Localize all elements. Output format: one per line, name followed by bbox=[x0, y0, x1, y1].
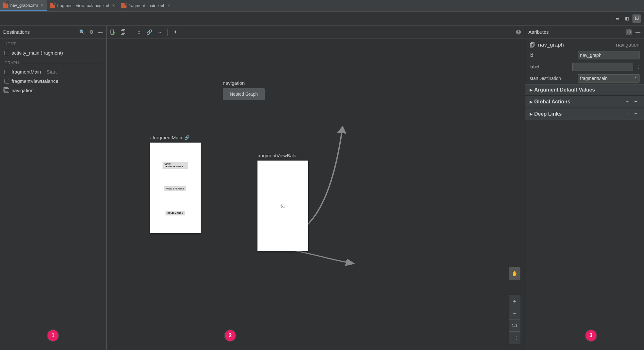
tab-nav-graph[interactable]: nav_graph.xml ✕ bbox=[0, 0, 47, 11]
graph-item-navigation[interactable]: navigation bbox=[0, 86, 106, 95]
search-icon[interactable]: 🔍 bbox=[79, 29, 85, 35]
annotation-bubble-3: 3 bbox=[586, 330, 596, 341]
svg-rect-6 bbox=[518, 33, 519, 33]
view-design-icon[interactable]: 🖼 bbox=[632, 14, 641, 23]
gear-icon[interactable]: ⚙ bbox=[88, 29, 94, 35]
frag-title-text: fragmentViewBala... bbox=[257, 153, 300, 158]
minimize-icon[interactable]: — bbox=[635, 29, 641, 35]
svg-rect-2 bbox=[121, 31, 124, 34]
fragmentmain-preview[interactable]: VIEW TRANSACTIONS VIEW BALANCE SEND MONE… bbox=[150, 143, 201, 233]
graph-item-name: navigation bbox=[12, 88, 33, 93]
canvas-toolbar: ⌂ 🔗 → ✦ bbox=[107, 26, 525, 39]
fragmentviewbalance-title: fragmentViewBala... bbox=[257, 153, 300, 158]
zoom-reset-icon[interactable]: 1:1 bbox=[509, 319, 520, 332]
more-icon[interactable]: ⋮ bbox=[636, 65, 640, 69]
canvas-nav-label: navigation bbox=[223, 80, 245, 86]
tab-frag-view-balance[interactable]: fragment_view_balance.xml ✕ bbox=[47, 0, 118, 11]
editor-tabs-bar: nav_graph.xml ✕ fragment_view_balance.xm… bbox=[0, 0, 644, 12]
annotation-bubble-2: 2 bbox=[225, 330, 236, 341]
attr-row-startdest: startDestination fragmentMain bbox=[525, 73, 644, 84]
nested-graph-icon bbox=[4, 88, 9, 93]
nested-graph-label: Nested Graph bbox=[230, 92, 258, 97]
warning-icon[interactable] bbox=[515, 28, 522, 36]
attr-target-name: nav_graph bbox=[538, 42, 564, 48]
section-label: Argument Default Values bbox=[534, 87, 595, 93]
graph-item-fragmentviewbalance[interactable]: fragmentViewBalance bbox=[0, 76, 106, 86]
nested-graph-node[interactable]: Nested Graph bbox=[223, 88, 265, 100]
preview-btn-sendmoney: SEND MONEY bbox=[165, 211, 185, 215]
toolbar-separator bbox=[167, 29, 168, 36]
xml-file-icon bbox=[121, 3, 126, 8]
zoom-in-icon[interactable]: + bbox=[509, 295, 520, 307]
close-icon[interactable]: ✕ bbox=[167, 4, 170, 8]
chevron-right-icon: ▶ bbox=[530, 100, 532, 104]
fragmentmain-title: ⌂ fragmentMain 🔗 bbox=[148, 135, 189, 140]
attr-label-id: id bbox=[530, 53, 575, 58]
remove-icon[interactable]: − bbox=[632, 111, 640, 117]
section-label: Deep Links bbox=[534, 111, 561, 117]
section-argdef[interactable]: ▶ Argument Default Values bbox=[525, 84, 644, 96]
fragment-rect-icon bbox=[4, 79, 9, 83]
pan-control: ✋ bbox=[509, 267, 520, 280]
home-icon[interactable]: ⌂ bbox=[135, 28, 143, 36]
svg-rect-8 bbox=[531, 42, 534, 46]
destinations-header: Destinations 🔍 ⚙ — bbox=[0, 26, 106, 39]
graph-item-fragmentmain[interactable]: fragmentMain - Start bbox=[0, 67, 106, 76]
section-global[interactable]: ▶ Global Actions + − bbox=[525, 96, 644, 108]
tab-label: fragment_view_balance.xml bbox=[57, 3, 109, 8]
add-icon[interactable]: + bbox=[623, 111, 631, 117]
ide-root: nav_graph.xml ✕ fragment_view_balance.xm… bbox=[0, 0, 644, 350]
remove-icon[interactable]: − bbox=[632, 99, 640, 105]
attr-target-row: nav_graph navigation bbox=[525, 39, 644, 49]
zoom-fit-icon[interactable]: ⛶ bbox=[509, 332, 520, 344]
close-icon[interactable]: ✕ bbox=[41, 3, 44, 7]
xml-file-icon bbox=[50, 3, 55, 8]
link-icon[interactable]: 🔗 bbox=[145, 28, 153, 36]
view-list-icon[interactable]: ☰ bbox=[613, 14, 622, 23]
fragment-rect-icon bbox=[4, 51, 9, 55]
destinations-panel: Destinations 🔍 ⚙ — HOST activity_main (f… bbox=[0, 26, 107, 350]
gear-icon[interactable]: ⚙ bbox=[626, 29, 632, 35]
destinations-title: Destinations bbox=[3, 29, 30, 35]
attributes-panel: Attributes ⚙ — nav_graph navigation id l… bbox=[525, 26, 644, 350]
auto-arrange-icon[interactable]: ✦ bbox=[171, 28, 179, 36]
nested-graph-icon bbox=[530, 42, 535, 48]
graph-item-name: fragmentMain bbox=[12, 69, 41, 74]
new-destination-icon[interactable] bbox=[109, 28, 117, 36]
view-split-icon[interactable]: ◧ bbox=[623, 14, 631, 23]
graph-item-suffix: - Start bbox=[44, 69, 57, 74]
zoom-out-icon[interactable]: − bbox=[509, 307, 520, 319]
annotation-bubble-1: 1 bbox=[48, 330, 58, 341]
view-mode-strip: ☰ ◧ 🖼 bbox=[0, 12, 644, 26]
nav-canvas-wrap: ⌂ 🔗 → ✦ bbox=[107, 26, 525, 350]
xml-file-icon bbox=[3, 3, 8, 8]
arrow-right-icon[interactable]: → bbox=[156, 28, 163, 36]
host-item-label: activity_main (fragment) bbox=[12, 50, 63, 56]
fragmentviewbalance-preview[interactable]: $1 bbox=[257, 161, 308, 251]
graph-item-name: fragmentViewBalance bbox=[12, 78, 58, 84]
attr-input-label[interactable] bbox=[572, 63, 633, 71]
fragment-rect-icon bbox=[4, 70, 9, 74]
attr-target-type: navigation bbox=[616, 42, 640, 48]
svg-rect-5 bbox=[518, 31, 519, 32]
preview-btn-balance: VIEW BALANCE bbox=[164, 186, 186, 191]
attributes-title: Attributes bbox=[528, 29, 549, 35]
attr-input-id[interactable] bbox=[578, 51, 640, 59]
nav-canvas[interactable]: navigation Nested Graph ⌂ fragmentMain 🔗… bbox=[107, 39, 525, 350]
close-icon[interactable]: ✕ bbox=[112, 4, 115, 8]
pan-hand-icon[interactable]: ✋ bbox=[509, 267, 520, 280]
host-item[interactable]: activity_main (fragment) bbox=[0, 48, 106, 57]
chevron-right-icon: ▶ bbox=[530, 112, 532, 116]
chevron-right-icon: ▶ bbox=[530, 88, 532, 92]
add-icon[interactable]: + bbox=[623, 99, 631, 105]
host-section-label: HOST bbox=[0, 39, 106, 48]
nested-graph-icon[interactable] bbox=[119, 28, 127, 36]
destinations-tools: 🔍 ⚙ — bbox=[79, 29, 103, 35]
attr-select-startdest[interactable]: fragmentMain bbox=[578, 74, 640, 83]
section-deep[interactable]: ▶ Deep Links + − bbox=[525, 108, 644, 120]
main-area: Destinations 🔍 ⚙ — HOST activity_main (f… bbox=[0, 26, 644, 350]
graph-section-label: GRAPH bbox=[0, 57, 106, 67]
frag-title-text: fragmentMain bbox=[153, 135, 182, 140]
minimize-icon[interactable]: — bbox=[97, 29, 103, 35]
tab-frag-main[interactable]: fragment_main.xml ✕ bbox=[118, 0, 173, 11]
